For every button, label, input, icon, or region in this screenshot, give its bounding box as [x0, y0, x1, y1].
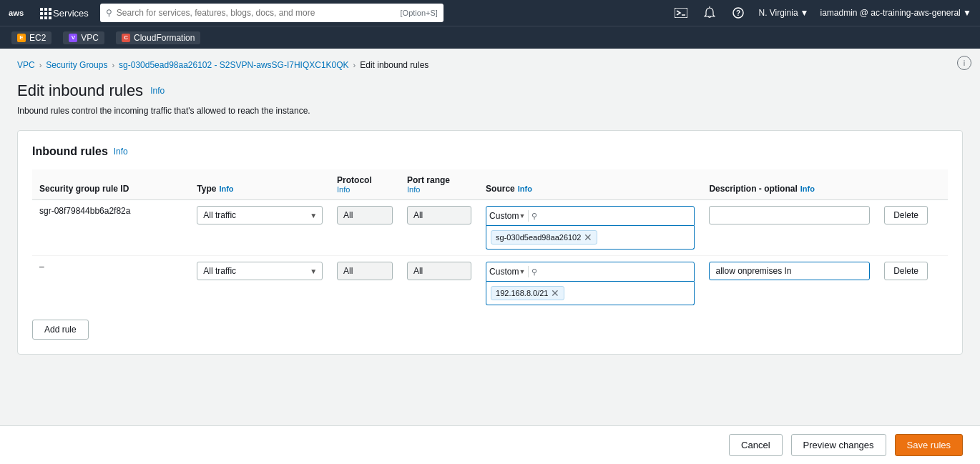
source-row-1[interactable]: Custom ▼ ⚲ — [486, 206, 695, 226]
region-selector[interactable]: N. Virginia ▼ — [758, 8, 808, 18]
rules-table: Security group rule ID Type Info Protoco… — [32, 169, 948, 311]
breadcrumb-sep-3: › — [353, 61, 356, 69]
source-type-label-2: Custom — [489, 267, 519, 277]
rule-port-2 — [400, 256, 479, 312]
rule-desc-1[interactable] — [702, 200, 877, 256]
page-info-link[interactable]: Info — [150, 86, 165, 96]
table-row: sgr-08f79844bb6a2f82a All traffic ▼ — [32, 200, 948, 256]
rule-id-1: sgr-08f79844bb6a2f82a — [32, 200, 190, 256]
source-tag-value-1: sg-030d5ead98aa26102 — [496, 233, 581, 242]
rule-protocol-1 — [330, 200, 400, 256]
services-label: Services — [53, 8, 89, 19]
breadcrumb-sep-2: › — [112, 61, 114, 69]
th-description: Description - optional Info — [702, 169, 877, 200]
add-rule-button[interactable]: Add rule — [32, 320, 89, 340]
region-chevron: ▼ — [800, 8, 809, 18]
source-tag-2[interactable]: 192.168.8.0/21 ✕ — [491, 286, 564, 300]
source-tag-1[interactable]: sg-030d5ead98aa26102 ✕ — [491, 230, 597, 245]
rule-delete-1[interactable]: Delete — [877, 200, 948, 256]
rule-delete-2[interactable]: Delete — [877, 256, 948, 312]
aws-logo[interactable]: aws — [9, 6, 29, 19]
rule-source-2[interactable]: Custom ▼ ⚲ 192.168.8.0/21 ✕ — [479, 256, 702, 312]
rule-source-1[interactable]: Custom ▼ ⚲ sg-030d5ead98aa26102 ✕ — [479, 200, 702, 256]
th-protocol: Protocol Info — [330, 169, 400, 200]
breadcrumb-sep-1: › — [39, 61, 42, 69]
preview-changes-button[interactable]: Preview changes — [791, 434, 886, 456]
desc-input-1[interactable] — [709, 206, 870, 224]
breadcrumb-vpc[interactable]: VPC — [17, 60, 35, 70]
ec2-pill[interactable]: E EC2 — [11, 31, 52, 44]
source-search-icon-2: ⚲ — [531, 267, 537, 277]
rule-type-2[interactable]: All traffic ▼ — [190, 256, 330, 312]
service-bar: E EC2 V VPC C CloudFormation — [0, 26, 980, 49]
th-port-info[interactable]: Info — [407, 185, 471, 194]
delete-button-1[interactable]: Delete — [884, 206, 928, 224]
page-description: Inbound rules control the incoming traff… — [17, 106, 963, 116]
card-title: Inbound rules — [32, 145, 108, 158]
vpc-label: VPC — [81, 33, 99, 43]
delete-button-2[interactable]: Delete — [884, 262, 928, 280]
th-port-range: Port range Info — [400, 169, 479, 200]
rule-type-1[interactable]: All traffic ▼ — [190, 200, 330, 256]
source-row-2[interactable]: Custom ▼ ⚲ — [486, 262, 695, 282]
card-info-link[interactable]: Info — [114, 147, 128, 157]
svg-text:aws: aws — [9, 9, 24, 17]
user-menu[interactable]: iamadmin @ ac-training-aws-general ▼ — [820, 8, 972, 18]
source-search-input-1[interactable] — [537, 211, 691, 221]
cf-label: CloudFormation — [134, 33, 195, 43]
th-desc-info[interactable]: Info — [800, 184, 815, 193]
th-source-info[interactable]: Info — [518, 184, 532, 193]
source-tag-remove-2[interactable]: ✕ — [551, 288, 559, 298]
page-help-icon[interactable]: i — [957, 56, 971, 70]
cloudformation-pill[interactable]: C CloudFormation — [116, 31, 200, 44]
svg-text:?: ? — [736, 9, 740, 17]
th-rule-id: Security group rule ID — [32, 169, 190, 200]
source-divider-2 — [528, 266, 529, 277]
type-select-1[interactable]: All traffic — [197, 206, 323, 224]
table-header-row: Security group rule ID Type Info Protoco… — [32, 169, 948, 200]
terminal-icon[interactable] — [672, 4, 690, 21]
services-menu[interactable]: Services — [40, 8, 89, 19]
user-chevron: ▼ — [963, 8, 971, 18]
source-dropdown-2: 192.168.8.0/21 ✕ — [486, 282, 695, 305]
grid-icon — [40, 8, 50, 18]
source-tag-value-2: 192.168.8.0/21 — [496, 289, 548, 297]
region-label: N. Virginia — [758, 8, 798, 18]
breadcrumb-sg-id[interactable]: sg-030d5ead98aa26102 - S2SVPN-awsSG-I7HI… — [119, 60, 349, 70]
ec2-dot: E — [17, 34, 26, 42]
global-search[interactable]: ⚲ [Option+S] — [100, 4, 444, 22]
source-type-arrow-1: ▼ — [519, 212, 525, 219]
cancel-button[interactable]: Cancel — [729, 434, 782, 456]
breadcrumb-security-groups[interactable]: Security Groups — [46, 60, 107, 70]
save-rules-button[interactable]: Save rules — [895, 434, 963, 456]
rule-port-1 — [400, 200, 479, 256]
source-divider-1 — [528, 210, 529, 222]
top-navigation: aws Services ⚲ [Option+S] ? N. Virginia … — [0, 0, 980, 26]
vpc-pill[interactable]: V VPC — [63, 31, 104, 44]
rule-id-2: – — [32, 256, 190, 312]
source-tag-remove-1[interactable]: ✕ — [584, 232, 592, 242]
source-container-2: Custom ▼ ⚲ 192.168.8.0/21 ✕ — [486, 262, 695, 305]
source-search-icon-1: ⚲ — [531, 212, 537, 221]
vpc-dot: V — [69, 34, 77, 42]
main-content: VPC › Security Groups › sg-030d5ead98aa2… — [0, 49, 980, 464]
protocol-input-2 — [337, 262, 393, 280]
nav-right-section: ? N. Virginia ▼ iamadmin @ ac-training-a… — [672, 4, 971, 21]
user-label: iamadmin @ ac-training-aws-general — [820, 8, 961, 18]
page-title: Edit inbound rules — [17, 82, 143, 100]
search-icon: ⚲ — [106, 8, 112, 18]
desc-input-2[interactable] — [709, 262, 870, 280]
th-protocol-info[interactable]: Info — [337, 185, 393, 194]
bell-icon[interactable] — [701, 4, 718, 21]
source-container-1: Custom ▼ ⚲ sg-030d5ead98aa26102 ✕ — [486, 206, 695, 250]
help-icon[interactable]: ? — [730, 4, 747, 21]
page-footer: Cancel Preview changes Save rules — [0, 425, 980, 464]
page-header: Edit inbound rules Info — [17, 82, 963, 100]
breadcrumb: VPC › Security Groups › sg-030d5ead98aa2… — [17, 60, 963, 70]
rule-desc-2[interactable] — [702, 256, 877, 312]
type-select-2[interactable]: All traffic — [197, 262, 323, 280]
search-input[interactable] — [117, 8, 401, 18]
source-search-input-2[interactable] — [537, 267, 691, 277]
th-type-info[interactable]: Info — [219, 184, 233, 193]
source-type-label-1: Custom — [489, 211, 519, 221]
